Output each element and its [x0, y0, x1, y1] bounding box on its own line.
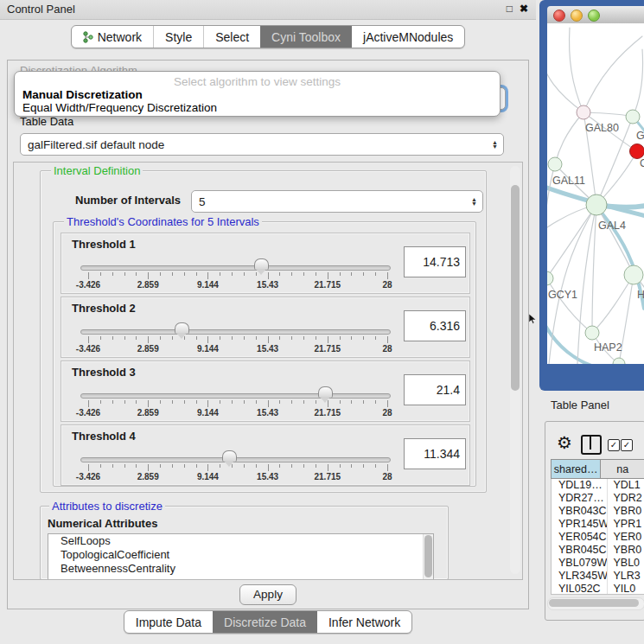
table-columns-icon[interactable] — [581, 435, 602, 455]
threshold-value-field[interactable]: 14.713 — [404, 246, 466, 277]
network-edge[interactable] — [583, 112, 633, 117]
table-cell[interactable]: YBR0 — [607, 505, 644, 518]
float-window-icon[interactable]: □ — [507, 3, 513, 15]
threshold-slider-track[interactable] — [80, 329, 391, 335]
tick-mark — [279, 336, 280, 340]
table-row[interactable]: YBR045CYBR0 — [552, 544, 644, 557]
table-row[interactable]: YDR27…YDR2 — [552, 492, 644, 505]
tab-jactivemnodules[interactable]: jActiveMNodules — [352, 26, 464, 48]
scrollbar-thumb[interactable] — [549, 599, 639, 607]
table-cell[interactable]: YDR2 — [607, 492, 644, 505]
scrollbar-thumb[interactable] — [424, 535, 432, 577]
table-cell[interactable]: YBR045C — [552, 544, 607, 557]
tick-label: -3.426 — [76, 408, 100, 418]
table-cell[interactable]: YER0 — [607, 531, 644, 544]
threshold-slider-track[interactable] — [80, 265, 391, 271]
table-row[interactable]: YER054CYER0 — [552, 531, 644, 544]
network-edge[interactable] — [592, 275, 634, 333]
tick-mark — [220, 336, 220, 340]
attribute-list-item[interactable]: TopologicalCoefficient — [48, 548, 433, 562]
table-row[interactable]: YLR345WYLR3 — [552, 570, 644, 583]
threshold-slider-thumb[interactable] — [254, 258, 269, 270]
tab-discretize-data[interactable]: Discretize Data — [213, 611, 317, 633]
network-edge[interactable] — [555, 112, 583, 164]
network-edge[interactable] — [547, 58, 583, 112]
network-node[interactable] — [586, 194, 607, 215]
tab-style[interactable]: Style — [153, 26, 203, 48]
threshold-slider-thumb[interactable] — [222, 450, 237, 462]
threshold-value-field[interactable]: 11.344 — [404, 438, 466, 469]
network-node[interactable] — [548, 157, 562, 171]
network-edge[interactable] — [583, 36, 642, 112]
threshold-slider-thumb[interactable] — [318, 386, 333, 398]
table-row[interactable]: YIL052CYIL0 — [552, 583, 644, 595]
table-cell[interactable]: YDL19… — [552, 479, 607, 492]
dropdown-option-manual[interactable]: Manual Discretization — [22, 88, 143, 101]
column-header-shared[interactable]: shared… — [551, 459, 601, 479]
checkbox-icon[interactable]: ✓ — [608, 439, 620, 451]
attribute-list-item[interactable]: BetweennessCentrality — [48, 562, 433, 576]
table-cell[interactable]: YPR145W — [552, 518, 607, 531]
gear-icon[interactable]: ⚙ — [557, 434, 572, 451]
network-node-label: GAL80 — [585, 122, 619, 134]
table-data-combobox[interactable]: galFiltered.sif default node ▲▼ — [20, 133, 504, 156]
table-cell[interactable]: YIL0 — [607, 583, 644, 595]
threshold-slider-thumb[interactable] — [175, 322, 189, 334]
list-scrollbar[interactable] — [423, 534, 433, 579]
apply-button[interactable]: Apply — [239, 584, 296, 605]
close-icon[interactable]: ✖ — [520, 3, 528, 15]
network-edge[interactable] — [570, 28, 583, 112]
table-cell[interactable]: YDL1 — [607, 479, 644, 492]
tick-mark — [316, 272, 316, 276]
horizontal-scrollbar[interactable] — [547, 597, 644, 610]
minimize-traffic-light[interactable] — [571, 10, 583, 22]
table-row[interactable]: YPR145WYPR1 — [552, 518, 644, 531]
tab-infer-network[interactable]: Infer Network — [317, 611, 411, 633]
table-cell[interactable]: YDR27… — [552, 492, 607, 505]
table-cell[interactable]: YBL079W — [552, 557, 607, 570]
table-cell[interactable]: YBR0 — [607, 544, 644, 557]
table-cell[interactable]: YLR3 — [607, 570, 644, 583]
table-row[interactable]: YBL079WYBL0 — [552, 557, 644, 570]
table-row[interactable]: YDL19…YDL1 — [552, 479, 644, 492]
network-canvas[interactable]: GAL80GACGAL11GAL4GCY1HHAP2 — [547, 23, 644, 364]
network-edge[interactable] — [633, 49, 643, 117]
close-traffic-light[interactable] — [553, 10, 565, 22]
column-header-name[interactable]: na — [601, 459, 644, 479]
table-cell[interactable]: YLR345W — [552, 570, 607, 583]
network-edge[interactable] — [596, 205, 634, 275]
scrollbar-thumb[interactable] — [511, 185, 520, 391]
zoom-traffic-light[interactable] — [588, 10, 600, 22]
table-cell[interactable]: YER054C — [552, 531, 607, 544]
network-node[interactable] — [547, 271, 553, 285]
number-of-intervals-combobox[interactable]: 5 ▲▼ — [191, 190, 483, 213]
dropdown-option-equal-width[interactable]: Equal Width/Frequency Discretization — [22, 101, 217, 114]
tick-label: 2.859 — [137, 344, 159, 354]
tab-network[interactable]: Network — [72, 26, 153, 48]
tick-label: 28 — [382, 344, 392, 354]
tick-mark — [196, 464, 197, 468]
table-cell[interactable]: YIL052C — [552, 583, 607, 595]
threshold-slider-track[interactable] — [80, 393, 391, 399]
network-node[interactable] — [624, 265, 643, 284]
threshold-label: Threshold 4 — [72, 430, 136, 443]
slider-ticks: -3.4262.8599.14415.4321.71528 — [88, 464, 387, 483]
checkbox-icon[interactable]: ✓ — [621, 439, 633, 451]
network-node[interactable] — [577, 105, 590, 119]
threshold-value-field[interactable]: 6.316 — [404, 310, 466, 341]
threshold-value-field[interactable]: 21.4 — [404, 374, 466, 405]
tick-mark — [207, 272, 208, 279]
table-cell[interactable]: YBL0 — [607, 557, 644, 570]
network-node[interactable] — [585, 326, 599, 340]
tab-impute-data[interactable]: Impute Data — [124, 611, 213, 633]
vertical-scrollbar[interactable] — [510, 166, 520, 574]
tab-cyni-toolbox[interactable]: Cyni Toolbox — [260, 26, 352, 48]
table-cell[interactable]: YBR043C — [552, 505, 607, 518]
network-node[interactable] — [613, 358, 625, 364]
table-cell[interactable]: YPR1 — [607, 518, 644, 531]
tab-select[interactable]: Select — [203, 26, 260, 48]
network-node[interactable] — [626, 110, 640, 124]
table-row[interactable]: YBR043CYBR0 — [552, 505, 644, 518]
network-node[interactable] — [630, 144, 644, 159]
attribute-list-item[interactable]: SelfLoops — [48, 534, 433, 548]
